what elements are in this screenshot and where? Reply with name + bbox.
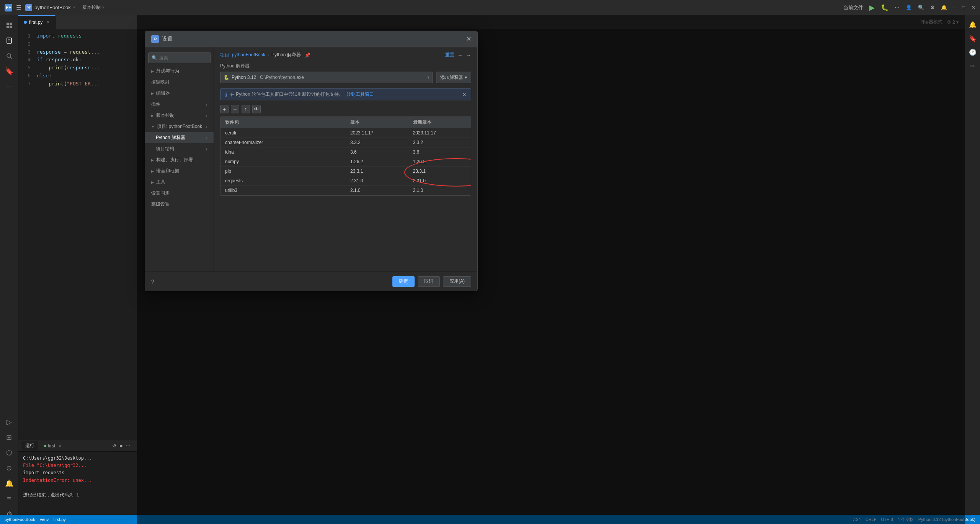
sidebar-item-appearance[interactable]: 外观与行为 xyxy=(145,66,214,77)
menu-icon[interactable]: ☰ xyxy=(16,4,21,11)
pkg-version: 2023.11.17 xyxy=(346,128,408,138)
right-content: 阅读器模式 ② 2 ▾ ⚙ 设置 ✕ 🔍 xyxy=(137,15,965,524)
pkg-latest: 2.31.0 xyxy=(408,176,471,185)
activity-git[interactable]: 🔖 xyxy=(2,64,16,78)
activity-search[interactable] xyxy=(2,49,16,63)
term-stop-btn[interactable]: ■ xyxy=(119,443,122,449)
sidebar-item-sync[interactable]: 设置同步 xyxy=(145,188,214,199)
dialog-close-btn[interactable]: ✕ xyxy=(466,35,471,43)
sidebar-item-tools[interactable]: 工具 xyxy=(145,177,214,188)
table-row[interactable]: pip 23.3.1 23.3.1 xyxy=(220,167,471,176)
activity-extensions[interactable]: ⊞ xyxy=(2,431,16,444)
activity-more[interactable]: ··· xyxy=(2,80,16,93)
table-row[interactable]: numpy 1.26.2 1.26.2 xyxy=(220,157,471,167)
status-project[interactable]: pythonFootBook xyxy=(5,517,35,522)
sidebar-item-advanced[interactable]: 高级设置 xyxy=(145,199,214,210)
pkg-eye-btn[interactable]: 👁 xyxy=(252,105,261,113)
activity-list[interactable]: ≡ xyxy=(2,492,16,506)
back-btn[interactable]: ← xyxy=(457,52,463,58)
sidebar-item-build[interactable]: 构建、执行、部署 xyxy=(145,154,214,165)
right-icon-edit[interactable]: ✏ xyxy=(967,60,979,72)
term-more-btn[interactable]: ⋯ xyxy=(126,443,131,449)
package-toolbar: + – ↑ 👁 xyxy=(220,105,471,113)
tab-close[interactable]: ✕ xyxy=(46,20,50,25)
interpreter-path: C:\Python\python.exe xyxy=(260,75,304,80)
info-link[interactable]: 转到工具窗口 xyxy=(346,91,374,98)
activity-notifications[interactable]: 🔔 xyxy=(2,477,16,490)
activity-explorer[interactable] xyxy=(2,18,16,32)
status-left: pythonFootBook venv first.py xyxy=(5,517,66,522)
project-dropdown-icon[interactable]: ▾ xyxy=(73,5,75,10)
activity-files[interactable] xyxy=(2,34,16,47)
table-row[interactable]: certifi 2023.11.17 2023.11.17 xyxy=(220,128,471,138)
help-btn[interactable]: ? xyxy=(151,278,154,285)
profile-icon[interactable]: 👤 xyxy=(906,5,912,10)
package-table: 软件包 版本 最新版本 certifi 2023.11.17 2023.11.1… xyxy=(220,116,471,196)
sidebar-item-project-structure[interactable]: 项目结构 ♦ xyxy=(145,143,214,154)
terminal-tab-close[interactable]: ✕ xyxy=(58,443,62,449)
settings-search[interactable]: 🔍 xyxy=(148,52,211,63)
activity-terminal[interactable]: ⊙ xyxy=(2,461,16,475)
interpreter-select-row: 🐍 Python 3.12 C:\Python\python.exe ▾ 添加解… xyxy=(220,72,471,83)
table-row[interactable]: requests 2.31.0 2.31.0 xyxy=(220,176,471,186)
terminal-first-tab[interactable]: ● first ✕ xyxy=(40,441,66,450)
sidebar-item-editor[interactable]: 编辑器 xyxy=(145,88,214,99)
interpreter-select[interactable]: 🐍 Python 3.12 C:\Python\python.exe ▾ xyxy=(220,72,433,83)
minimize-btn[interactable]: – xyxy=(953,5,956,10)
interpreter-dropdown-icon: ▾ xyxy=(427,75,430,80)
tab-first-py[interactable]: first.py ✕ xyxy=(18,15,56,29)
pkg-version: 23.3.1 xyxy=(346,167,408,176)
status-file[interactable]: first.py xyxy=(53,517,65,522)
current-file-btn[interactable]: 当前文件 xyxy=(843,4,863,11)
status-venv[interactable]: venv xyxy=(40,517,49,522)
add-interpreter-btn[interactable]: 添加解释器 ▾ xyxy=(436,72,471,83)
sidebar-item-project[interactable]: 项目: pythonFootBook ♦ xyxy=(145,121,214,132)
activity-run[interactable]: ▷ xyxy=(2,415,16,429)
table-row[interactable]: urllib3 2.1.0 2.1.0 xyxy=(220,186,471,195)
right-icon-notifications[interactable]: 🔔 xyxy=(967,18,979,31)
sidebar-item-keymap[interactable]: 按键映射 xyxy=(145,77,214,88)
run-button[interactable]: ▶ xyxy=(869,3,875,12)
code-area: 1import requests 2 3response = request..… xyxy=(18,29,137,440)
debug-button[interactable]: 🐛 xyxy=(881,4,889,11)
cancel-btn[interactable]: 取消 xyxy=(418,276,440,287)
modal-overlay: ⚙ 设置 ✕ 🔍 外观与行为 按键映射 编辑器 xyxy=(137,15,965,524)
breadcrumb-project[interactable]: 项目: pythonFootBook xyxy=(220,52,265,58)
table-row[interactable]: charset-normalizer 3.3.2 3.3.2 xyxy=(220,138,471,147)
right-icon-bookmarks[interactable]: 🔖 xyxy=(967,32,979,44)
run-icon: ● xyxy=(44,443,47,449)
settings-search-input[interactable] xyxy=(159,55,207,61)
settings-icon[interactable]: ⚙ xyxy=(930,5,935,10)
maximize-btn[interactable]: □ xyxy=(962,5,965,10)
forward-btn[interactable]: → xyxy=(466,52,471,58)
sidebar-item-languages[interactable]: 语言和框架 xyxy=(145,165,214,177)
info-close-btn[interactable]: ✕ xyxy=(462,92,466,97)
sidebar-item-plugins[interactable]: 插件 ♦ xyxy=(145,99,214,110)
close-btn[interactable]: ✕ xyxy=(971,5,975,10)
pkg-add-btn[interactable]: + xyxy=(220,105,229,113)
search-icon: 🔍 xyxy=(152,55,157,61)
sidebar-item-python-interpreter[interactable]: Python 解释器 ♦ xyxy=(145,132,214,143)
apply-btn[interactable]: 应用(A) xyxy=(443,276,471,287)
confirm-btn[interactable]: 确定 xyxy=(392,276,415,287)
dialog-title-icon: ⚙ xyxy=(151,35,159,43)
activity-layers[interactable]: ⬡ xyxy=(2,446,16,460)
pkg-remove-btn[interactable]: – xyxy=(231,105,239,113)
breadcrumb-pin[interactable]: 📌 xyxy=(305,52,310,58)
editor-panel: first.py ✕ 1import requests 2 3response … xyxy=(18,15,137,524)
pkg-upgrade-btn[interactable]: ↑ xyxy=(242,105,250,113)
settings-dialog: ⚙ 设置 ✕ 🔍 外观与行为 按键映射 编辑器 xyxy=(145,31,478,291)
right-icon-history[interactable]: 🕐 xyxy=(967,46,979,58)
reset-button[interactable]: 重置 xyxy=(445,52,454,58)
term-restart-btn[interactable]: ↺ xyxy=(112,443,116,449)
vcs-label[interactable]: 版本控制 ▾ xyxy=(82,4,105,11)
table-row[interactable]: idna 3.6 3.6 xyxy=(220,147,471,157)
notifications-icon[interactable]: 🔔 xyxy=(941,5,947,10)
more-actions-btn[interactable]: ⋯ xyxy=(895,5,900,10)
project-title: PF pythonFootBook ▾ xyxy=(25,4,75,11)
search-icon[interactable]: 🔍 xyxy=(918,5,924,10)
terminal-run-tab[interactable]: 运行 xyxy=(21,441,38,450)
sidebar-item-vcs[interactable]: 版本控制 ♦ xyxy=(145,110,214,121)
terminal-toolbar: ↺ ■ ⋯ xyxy=(109,440,134,451)
pkg-name: requests xyxy=(220,176,346,185)
